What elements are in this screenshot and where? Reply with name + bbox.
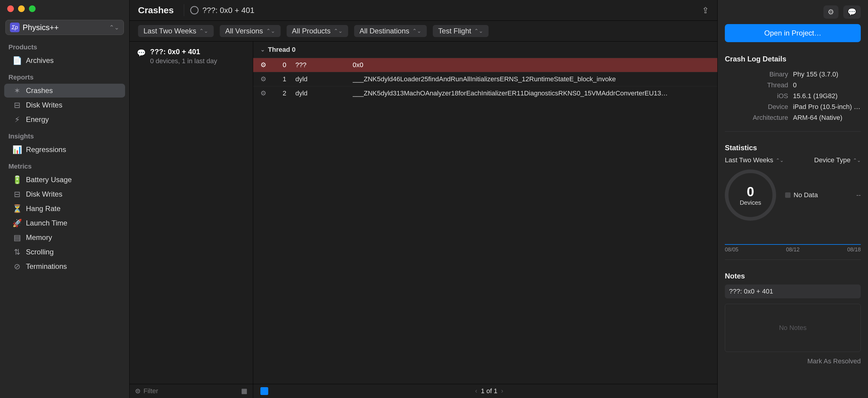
notes-heading: Notes xyxy=(725,272,861,280)
thread-header[interactable]: ⌄ Thread 0 xyxy=(253,41,717,58)
stack-frame[interactable]: ⚙︎1dyld___ZNK5dyld46Loader25findAndRunAl… xyxy=(253,72,717,86)
sidebar-item-memory[interactable]: ▤Memory xyxy=(4,231,125,244)
filter-last-two-weeks[interactable]: Last Two Weeks⌃⌄ xyxy=(138,25,214,37)
filter-all-versions[interactable]: All Versions⌃⌄ xyxy=(220,25,280,37)
filter-all-products[interactable]: All Products⌃⌄ xyxy=(287,25,348,37)
legend-label: No Data xyxy=(794,191,818,199)
inspector-settings-button[interactable]: ⚙︎ xyxy=(824,5,838,19)
stack-frame[interactable]: ⚙︎0???0x0 xyxy=(253,58,717,72)
gear-icon: ⚙︎ xyxy=(260,75,268,83)
sidebar-item-launch-time[interactable]: 🚀Launch Time xyxy=(4,216,125,230)
filter-all-destinations[interactable]: All Destinations⌃⌄ xyxy=(354,25,427,37)
filter-label: Last Two Weeks xyxy=(144,27,196,35)
detail-value: iPad Pro (10.5-inch) (… xyxy=(793,103,861,111)
sidebar-item-scrolling[interactable]: ⇅Scrolling xyxy=(4,245,125,259)
project-selector[interactable]: Σp Physics++ ⌃⌄ xyxy=(5,20,124,35)
sidebar-item-battery-usage[interactable]: 🔋Battery Usage xyxy=(4,173,125,187)
sidebar-item-energy[interactable]: ⚡︎Energy xyxy=(4,112,125,127)
chevron-updown-icon: ⌃⌄ xyxy=(109,24,119,31)
section-title: Insights xyxy=(0,127,129,142)
pager: ‹ 1 of 1 › xyxy=(475,387,503,395)
crash-list-item[interactable]: 💬???: 0x0 + 4010 devices, 1 in last day xyxy=(130,41,253,71)
item-label: Scrolling xyxy=(26,248,54,256)
item-label: Launch Time xyxy=(26,219,67,227)
notes-textarea[interactable]: No Notes xyxy=(725,304,861,352)
window-traffic-lights xyxy=(0,0,129,15)
detail-row: BinaryPhy 155 (3.7.0) xyxy=(725,70,861,78)
filter-label: All Destinations xyxy=(360,27,409,35)
item-label: Disk Writes xyxy=(26,101,62,109)
item-label: Memory xyxy=(26,233,52,242)
detail-footer: ‹ 1 of 1 › xyxy=(253,384,717,398)
columns-button[interactable]: ▦ xyxy=(241,387,247,395)
detail-value: Phy 155 (3.7.0) xyxy=(793,70,861,78)
item-icon: ⇅ xyxy=(13,247,22,257)
next-button[interactable]: › xyxy=(501,387,503,395)
frame-module: dyld xyxy=(296,75,344,83)
item-label: Battery Usage xyxy=(26,175,72,184)
stats-group-label: Device Type xyxy=(814,156,850,164)
x-axis-label: 08/05 xyxy=(725,246,738,253)
detail-row: iOS15.6.1 (19G82) xyxy=(725,92,861,100)
item-icon: ▤ xyxy=(13,233,22,242)
legend-value: -- xyxy=(856,191,861,199)
item-label: Crashes xyxy=(26,87,53,95)
minimize-window-button[interactable] xyxy=(18,5,25,12)
x-axis-label: 08/18 xyxy=(847,246,861,253)
stack-frame[interactable]: ⚙︎2dyld___ZNK5dyld313MachOAnalyzer18forE… xyxy=(253,86,717,100)
prev-button[interactable]: ‹ xyxy=(475,387,477,395)
sidebar-item-disk-writes[interactable]: ⊟Disk Writes xyxy=(4,98,125,112)
legend-swatch xyxy=(785,192,790,198)
item-label: Archives xyxy=(26,56,54,65)
detail-row: DeviceiPad Pro (10.5-inch) (… xyxy=(725,103,861,111)
x-axis-label: 08/12 xyxy=(786,246,800,253)
filter-test-flight[interactable]: Test Flight⌃⌄ xyxy=(433,25,489,37)
filter-label: Test Flight xyxy=(438,27,471,35)
zoom-window-button[interactable] xyxy=(29,5,36,12)
legend-item: No Data -- xyxy=(785,191,861,199)
item-label: Disk Writes xyxy=(26,190,62,198)
project-icon: Σp xyxy=(10,23,20,32)
sidebar-item-hang-rate[interactable]: ⏳Hang Rate xyxy=(4,202,125,215)
sidebar-item-regressions[interactable]: 📊Regressions xyxy=(4,143,125,157)
chevron-updown-icon: ⌃⌄ xyxy=(412,28,421,34)
item-label: Terminations xyxy=(26,262,67,271)
item-label: Energy xyxy=(26,115,49,124)
chevron-updown-icon: ⌃⌄ xyxy=(266,28,275,34)
stats-group-selector[interactable]: Device Type⌃⌄ xyxy=(814,156,861,164)
speech-bubble-icon: 💬 xyxy=(137,49,146,65)
filter-label: All Products xyxy=(292,27,331,35)
mark-resolved-button[interactable]: Mark As Resolved xyxy=(725,357,861,365)
item-label: Hang Rate xyxy=(26,204,61,213)
filter-input[interactable] xyxy=(144,387,238,395)
inspector-comment-button[interactable]: 💬 xyxy=(843,5,861,19)
frame-module: ??? xyxy=(296,61,344,69)
frame-symbol: 0x0 xyxy=(352,61,710,69)
item-icon: 📊 xyxy=(13,145,22,154)
donut-label: Devices xyxy=(740,199,761,206)
item-icon: 🔋 xyxy=(13,175,22,184)
frame-module: dyld xyxy=(296,90,344,97)
sidebar-item-crashes[interactable]: ✶Crashes xyxy=(4,84,125,98)
gear-icon: ⚙︎ xyxy=(260,90,268,97)
filter-label: All Versions xyxy=(225,27,263,35)
page-title: Crashes xyxy=(138,5,174,15)
sidebar-item-terminations[interactable]: ⊘Terminations xyxy=(4,260,125,273)
sidebar-item-archives[interactable]: 📄Archives xyxy=(4,54,125,67)
frame-symbol: ___ZNK5dyld46Loader25findAndRunAllInitia… xyxy=(352,75,710,83)
step-button[interactable] xyxy=(260,387,268,395)
sidebar: Σp Physics++ ⌃⌄ Products📄ArchivesReports… xyxy=(0,0,130,398)
sidebar-item-disk-writes[interactable]: ⊟Disk Writes xyxy=(4,187,125,201)
item-icon: ⊟ xyxy=(13,101,22,109)
stats-period-selector[interactable]: Last Two Weeks⌃⌄ xyxy=(725,156,784,164)
frame-number: 0 xyxy=(277,61,286,69)
close-window-button[interactable] xyxy=(7,5,14,12)
chevron-updown-icon: ⌃⌄ xyxy=(776,158,784,163)
chevron-updown-icon: ⌃⌄ xyxy=(199,28,208,34)
crash-detail: ⌄ Thread 0 ⚙︎0???0x0⚙︎1dyld___ZNK5dyld46… xyxy=(253,41,717,398)
open-in-project-button[interactable]: Open in Project… xyxy=(725,24,861,42)
note-name-field[interactable]: ???: 0x0 + 401 xyxy=(725,285,861,298)
share-button[interactable]: ⇪ xyxy=(702,5,709,15)
crash-list: 💬???: 0x0 + 4010 devices, 1 in last day … xyxy=(130,41,253,398)
location-path[interactable]: ???: 0x0 + 401 xyxy=(190,6,254,15)
